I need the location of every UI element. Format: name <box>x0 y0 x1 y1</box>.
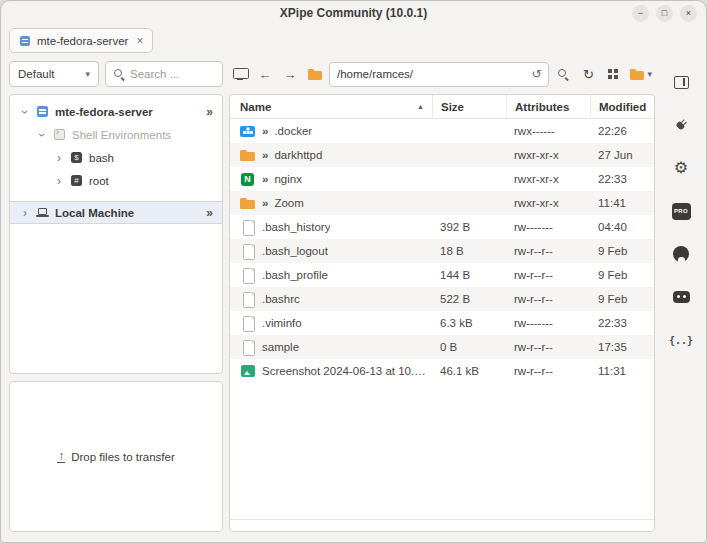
search-input[interactable] <box>130 68 215 80</box>
expand-chevron-icon[interactable]: › <box>54 151 64 165</box>
collapse-chevron-icon[interactable]: › <box>18 107 32 117</box>
folder-menu-button[interactable]: ▾ <box>627 62 655 86</box>
table-row[interactable]: .bash_logout 18 B rw-r--r-- 9 Feb <box>230 239 654 263</box>
drill-in-chevron[interactable]: » <box>262 149 268 161</box>
search-icon <box>113 68 125 80</box>
server-icon <box>36 105 49 118</box>
pro-upgrade-rail-button[interactable]: PRO <box>668 198 694 224</box>
upload-icon: ↑ <box>57 451 65 463</box>
open-terminal-button[interactable] <box>229 62 251 86</box>
file-modified: 27 Jun <box>590 149 654 161</box>
open-in-browser-chevron[interactable]: » <box>206 206 213 220</box>
forward-button[interactable]: → <box>279 62 301 86</box>
root-terminal-icon <box>70 174 83 187</box>
titlebar: XPipe Community (10.0.1) − □ × <box>1 1 706 25</box>
folder-icon <box>630 68 645 81</box>
collapse-chevron-icon[interactable]: › <box>35 130 49 140</box>
file-name: .viminfo <box>262 317 302 329</box>
expand-chevron-icon[interactable]: › <box>20 206 30 220</box>
file-size: 392 B <box>432 221 506 233</box>
file-browser-rail-button[interactable] <box>668 69 694 95</box>
file-name: Screenshot 2024-06-13 at 10.54.12.png <box>262 365 432 377</box>
tab-mte-fedora-server[interactable]: mte-fedora-server × <box>9 28 153 53</box>
file-icon <box>240 292 256 307</box>
file-attributes: rw-r--r-- <box>506 269 590 281</box>
refresh-button[interactable]: ↻ <box>577 62 599 86</box>
path-bar[interactable]: ↺ <box>329 62 549 87</box>
file-attributes: rwxr-xr-x <box>506 173 590 185</box>
search-files-button[interactable] <box>552 62 574 86</box>
tree-item-mte-fedora-server[interactable]: › mte-fedora-server » <box>10 100 222 123</box>
file-icon <box>240 268 256 283</box>
file-name: .bash_logout <box>262 245 328 257</box>
api-docs-rail-button[interactable]: {..} <box>668 327 694 353</box>
path-input[interactable] <box>337 68 527 80</box>
tree-item-local-machine[interactable]: › Local Machine » <box>10 201 222 224</box>
table-row[interactable]: » Zoom rwxr-xr-x 11:41 <box>230 191 654 215</box>
back-button[interactable]: ← <box>254 62 276 86</box>
file-browser: ← → ↺ ↻ ▾ Name ▲ <box>229 61 655 532</box>
file-modified: 9 Feb <box>590 245 654 257</box>
tree-item-bash[interactable]: › bash <box>10 146 222 169</box>
table-row[interactable]: .bash_profile 144 B rw-r--r-- 9 Feb <box>230 263 654 287</box>
view-options-button[interactable] <box>602 62 624 86</box>
table-row[interactable]: » darkhttpd rwxr-xr-x 27 Jun <box>230 143 654 167</box>
terminal-icon <box>233 68 247 80</box>
layout-icon <box>674 76 689 89</box>
history-icon[interactable]: ↺ <box>531 67 541 81</box>
discord-rail-button[interactable] <box>668 284 694 310</box>
table-row[interactable]: .bashrc 522 B rw-r--r-- 9 Feb <box>230 287 654 311</box>
settings-rail-button[interactable]: ⚙ <box>668 155 694 181</box>
file-size: 6.3 kB <box>432 317 506 329</box>
file-drop-area[interactable]: ↑ Drop files to transfer <box>9 381 223 532</box>
table-row[interactable]: sample 0 B rw-r--r-- 17:35 <box>230 335 654 359</box>
expand-chevron-icon[interactable]: › <box>54 174 64 188</box>
tree-item-label: Shell Environments <box>72 129 171 141</box>
column-header-attributes[interactable]: Attributes <box>506 95 590 118</box>
gear-icon: ⚙ <box>674 160 688 176</box>
file-size: 522 B <box>432 293 506 305</box>
tree-item-shell-environments[interactable]: › Shell Environments <box>10 123 222 146</box>
file-modified: 17:35 <box>590 341 654 353</box>
file-modified: 9 Feb <box>590 269 654 281</box>
drill-in-chevron[interactable]: » <box>262 125 268 137</box>
file-icon <box>240 244 256 259</box>
discord-icon <box>673 291 690 303</box>
tree-item-label: root <box>89 175 109 187</box>
drill-in-chevron[interactable]: » <box>262 197 268 209</box>
connections-rail-button[interactable] <box>668 112 694 138</box>
table-row[interactable]: .viminfo 6.3 kB rw------- 22:33 <box>230 311 654 335</box>
github-rail-button[interactable] <box>668 241 694 267</box>
file-name: .bash_history <box>262 221 330 233</box>
file-name: sample <box>262 341 299 353</box>
column-header-size[interactable]: Size <box>432 95 506 118</box>
folder-icon <box>240 148 256 163</box>
table-row[interactable]: » .docker rwx------ 22:26 <box>230 119 654 143</box>
tree-item-root[interactable]: › root <box>10 169 222 192</box>
maximize-button[interactable]: □ <box>656 5 673 22</box>
column-header-modified[interactable]: Modified <box>590 95 654 118</box>
tree-item-label: mte-fedora-server <box>55 106 153 118</box>
file-attributes: rwxr-xr-x <box>506 149 590 161</box>
file-attributes: rw------- <box>506 221 590 233</box>
tab-close-icon[interactable]: × <box>136 34 143 48</box>
nginx-icon <box>240 172 256 187</box>
file-modified: 22:33 <box>590 173 654 185</box>
file-attributes: rw-r--r-- <box>506 245 590 257</box>
column-header-name[interactable]: Name ▲ <box>230 101 432 113</box>
table-row[interactable]: .bash_history 392 B rw------- 04:40 <box>230 215 654 239</box>
file-modified: 9 Feb <box>590 293 654 305</box>
drill-in-chevron[interactable]: » <box>262 173 268 185</box>
file-attributes: rw-r--r-- <box>506 341 590 353</box>
table-row[interactable]: Screenshot 2024-06-13 at 10.54.12.png 46… <box>230 359 654 383</box>
close-button[interactable]: × <box>680 5 697 22</box>
column-label: Attributes <box>515 101 569 113</box>
image-file-icon <box>240 364 256 379</box>
search-box[interactable] <box>105 61 223 87</box>
minimize-button[interactable]: − <box>632 5 649 22</box>
profile-selector[interactable]: Default ▾ <box>9 61 99 87</box>
current-folder-button[interactable] <box>304 62 326 86</box>
table-row[interactable]: » nginx rwxr-xr-x 22:33 <box>230 167 654 191</box>
open-in-browser-chevron[interactable]: » <box>206 105 213 119</box>
left-controls: Default ▾ <box>9 61 223 87</box>
